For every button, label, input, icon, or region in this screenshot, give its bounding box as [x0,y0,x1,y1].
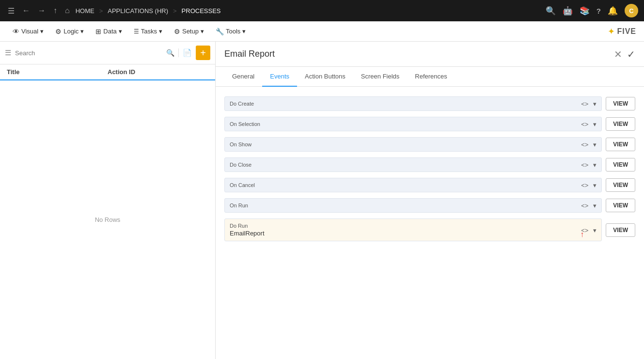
search-icon[interactable]: 🔍 [166,49,174,57]
back-icon[interactable]: ← [20,4,32,17]
tabs-bar: General Events Action Buttons Screen Fie… [216,67,644,87]
nav-data-label: Data [103,28,116,35]
setup-icon: ⚙ [174,28,180,35]
nav-setup[interactable]: ⚙ Setup ▾ [169,25,209,38]
hamburger-icon[interactable]: ☰ [6,4,16,17]
event-field-actions-on-cancel: <> ▾ [580,181,597,190]
tab-action-buttons[interactable]: Action Buttons [297,67,353,87]
tab-events[interactable]: Events [262,67,297,87]
event-label-do-close: Do Close [230,162,597,168]
event-field-do-run: Do Run EmailReport <> ▾ ↑ [224,219,602,241]
event-row-on-selection: On Selection <> ▾ VIEW [224,117,635,131]
view-btn-do-create[interactable]: VIEW [606,97,635,110]
search-input[interactable] [15,49,162,57]
tools-arrow: ▾ [242,28,246,35]
table-body: No Rows [0,80,215,359]
event-field-do-create: Do Create <> ▾ [224,96,602,111]
event-field-on-selection: On Selection <> ▾ [224,117,602,131]
view-btn-on-run[interactable]: VIEW [606,199,635,212]
form-title: Email Report [224,49,614,59]
event-field-on-cancel: On Cancel <> ▾ [224,178,602,192]
up-icon[interactable]: ↑ [51,4,59,17]
code-btn-on-show[interactable]: <> [580,140,589,149]
nav-setup-label: Setup [182,28,199,35]
tasks-arrow: ▾ [159,28,162,35]
top-nav-right: 🔍 🤖 📚 ? 🔔 C [546,4,638,17]
breadcrumb-home[interactable]: HOME [76,7,94,15]
tab-general[interactable]: General [224,67,262,87]
event-row-on-show: On Show <> ▾ VIEW [224,137,635,152]
event-label-on-cancel: On Cancel [230,182,597,188]
expand-btn-on-cancel[interactable]: ▾ [592,181,597,190]
expand-btn-do-create[interactable]: ▾ [592,99,597,109]
setup-arrow: ▾ [201,28,204,35]
event-field-actions-do-create: <> ▾ [580,99,597,109]
event-row-on-run: On Run <> ▾ VIEW [224,198,635,213]
home-icon[interactable]: ⌂ [63,4,72,17]
form-confirm-button[interactable]: ✓ [627,48,635,60]
event-row-on-cancel: On Cancel <> ▾ VIEW [224,178,635,192]
breadcrumb-page[interactable]: PROCESSES [182,7,221,15]
code-btn-on-run[interactable]: <> [580,201,589,210]
library-icon[interactable]: 📚 [580,6,590,16]
event-field-actions-do-close: <> ▾ [580,160,597,170]
help-icon[interactable]: ? [597,7,601,15]
tools-icon: 🔧 [216,28,224,35]
view-btn-on-show[interactable]: VIEW [606,138,635,151]
form-close-button[interactable]: ✕ [614,48,622,60]
add-button[interactable]: + [196,46,210,60]
bot-icon[interactable]: 🤖 [563,6,573,16]
nav-data[interactable]: ⊞ Data ▾ [91,25,126,38]
red-arrow-indicator: ↑ [580,230,584,239]
breadcrumb-app[interactable]: APPLICATIONS (HR) [108,7,168,15]
right-panel: Email Report ✕ ✓ General Events Action B… [216,42,644,359]
sep2: > [173,7,177,15]
event-field-on-show: On Show <> ▾ [224,137,602,152]
visual-arrow: ▾ [40,28,44,35]
event-row-do-run: Do Run EmailReport <> ▾ ↑ VIEW [224,219,635,241]
tab-screen-fields[interactable]: Screen Fields [353,67,407,87]
second-nav-bar: 👁 Visual ▾ ⚙ Logic ▾ ⊞ Data ▾ ☰ Tasks ▾ … [0,21,644,42]
event-field-actions-on-run: <> ▾ [580,201,597,210]
event-field-do-close: Do Close <> ▾ [224,157,602,172]
nav-tasks-label: Tasks [141,28,157,35]
view-btn-on-selection[interactable]: VIEW [606,117,635,131]
tab-references[interactable]: References [407,67,455,87]
tasks-icon: ☰ [134,28,139,35]
avatar[interactable]: C [625,4,638,17]
event-label-do-create: Do Create [230,101,597,107]
main-layout: ☰ 🔍 📄 + Title Action ID No Rows Email Re… [0,42,644,359]
code-btn-on-cancel[interactable]: <> [580,181,589,190]
event-field-actions-on-show: <> ▾ [580,140,597,149]
nav-tasks[interactable]: ☰ Tasks ▾ [129,25,167,38]
event-label-on-run: On Run [230,203,597,208]
form-actions: ✕ ✓ [614,48,635,60]
data-arrow: ▾ [119,28,122,35]
document-icon[interactable]: 📄 [178,48,192,57]
code-btn-do-create[interactable]: <> [580,99,589,109]
code-btn-on-selection[interactable]: <> [580,120,589,129]
expand-btn-do-run[interactable]: ▾ [592,225,597,234]
expand-btn-on-selection[interactable]: ▾ [592,120,597,129]
forward-icon[interactable]: → [36,4,47,17]
nav-visual[interactable]: 👁 Visual ▾ [8,25,48,38]
nav-logic[interactable]: ⚙ Logic ▾ [50,25,89,38]
five-logo-text: FIVE [617,27,636,36]
event-value-do-run: EmailReport [230,230,597,237]
view-btn-do-close[interactable]: VIEW [606,158,635,172]
code-btn-do-close[interactable]: <> [580,160,589,170]
expand-btn-on-run[interactable]: ▾ [592,201,597,210]
view-btn-on-cancel[interactable]: VIEW [606,178,635,192]
bell-icon[interactable]: 🔔 [608,6,618,16]
view-btn-do-run[interactable]: VIEW [606,223,635,237]
empty-message: No Rows [95,216,121,223]
nav-tools-label: Tools [226,28,240,35]
search-agent-icon[interactable]: 🔍 [546,6,556,16]
nav-tools[interactable]: 🔧 Tools ▾ [211,25,251,38]
filter-icon[interactable]: ☰ [5,48,11,57]
expand-btn-do-close[interactable]: ▾ [592,160,597,170]
data-icon: ⊞ [95,28,101,35]
table-header: Title Action ID [0,64,215,80]
expand-btn-on-show[interactable]: ▾ [592,140,597,149]
visual-icon: 👁 [13,28,19,35]
